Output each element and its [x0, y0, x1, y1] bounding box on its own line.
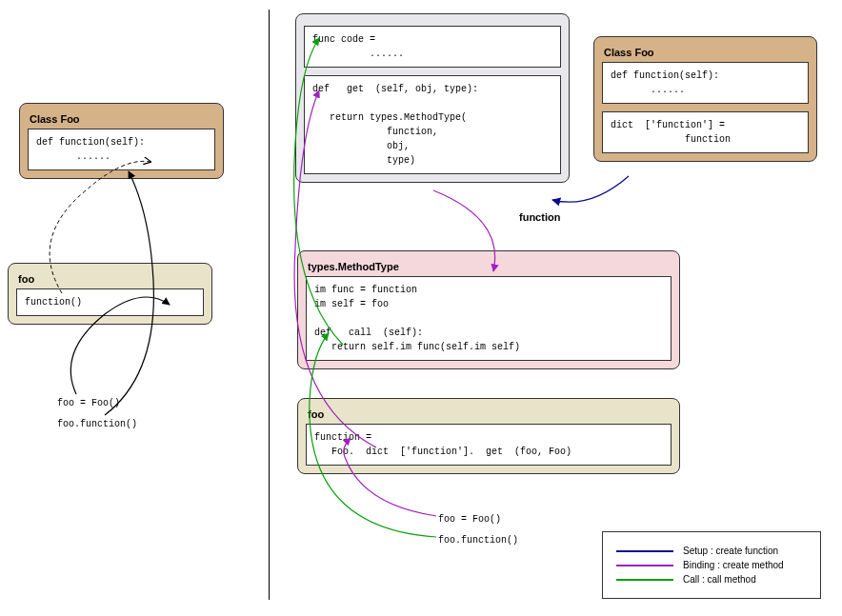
legend-call-line — [616, 579, 673, 581]
legend-binding: Binding : create method — [616, 560, 807, 570]
function-func-code: func code = ...... — [304, 26, 561, 68]
right-class-foo-dict: dict ['function'] = function — [602, 111, 809, 153]
legend-setup: Setup : create function — [616, 546, 807, 556]
legend-binding-label: Binding : create method — [683, 560, 784, 570]
legend-setup-line — [616, 550, 673, 552]
vertical-divider — [269, 10, 270, 600]
legend-call: Call : call method — [616, 574, 807, 585]
right-caption-2: foo.function() — [438, 535, 518, 546]
right-foo-title: foo — [308, 408, 672, 420]
right-foo-body: function = Foo. dict ['function']. get (… — [306, 424, 672, 466]
legend-binding-line — [616, 565, 673, 566]
legend-box: Setup : create function Binding : create… — [602, 531, 821, 599]
left-foo-code: function() — [16, 288, 204, 316]
right-class-foo-box: Class Foo def function(self): ...... dic… — [593, 36, 817, 162]
right-caption-1: foo = Foo() — [438, 514, 501, 525]
left-foo-box: foo function() — [8, 263, 212, 325]
left-class-foo-code: def function(self): ...... — [28, 129, 215, 170]
legend-setup-label: Setup : create function — [683, 546, 778, 556]
method-type-body: im func = function im self = foo def cal… — [306, 276, 672, 361]
function-label: function — [519, 211, 560, 223]
function-get-def: def get (self, obj, type): return types.… — [304, 75, 561, 174]
legend-call-label: Call : call method — [683, 574, 756, 585]
left-class-foo-box: Class Foo def function(self): ...... — [19, 103, 224, 179]
left-caption-1: foo = Foo() — [57, 398, 120, 408]
left-class-foo-title: Class Foo — [30, 113, 215, 125]
method-type-title: types.MethodType — [308, 261, 672, 272]
method-type-box: types.MethodType im func = function im s… — [297, 250, 680, 369]
right-class-foo-code: def function(self): ...... — [602, 62, 809, 104]
left-foo-title: foo — [18, 273, 204, 285]
right-class-foo-title: Class Foo — [604, 47, 809, 58]
right-foo-box: foo function = Foo. dict ['function']. g… — [297, 398, 680, 474]
function-box: func code = ...... def get (self, obj, t… — [295, 13, 570, 183]
left-caption-2: foo.function() — [57, 419, 137, 429]
